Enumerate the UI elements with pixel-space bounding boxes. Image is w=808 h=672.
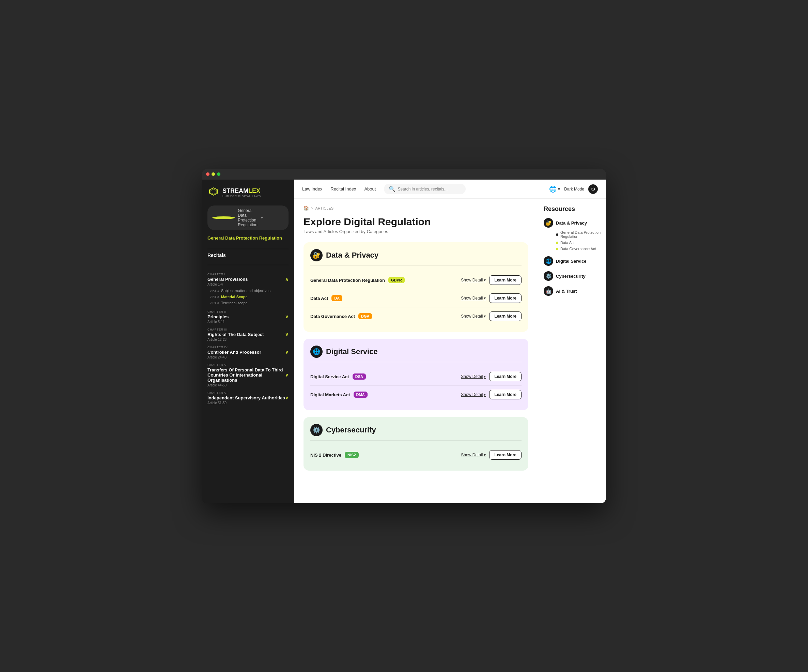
chapter-title[interactable]: Independent Supervisory Authorities ∨ [207,395,289,400]
chapter-label: CHAPTER IV [207,346,289,349]
chapter-subtitle: Article 5-11 [207,320,289,324]
article-item[interactable]: ART 3 Territorial scope [207,300,289,306]
chapter-title[interactable]: General Provisions ∧ [207,277,289,282]
article-item[interactable]: ART 2 Material Scope [207,294,289,300]
chapter-subtitle: Article 44-50 [207,383,289,387]
chapter-subtitle: Article 51-59 [207,401,289,405]
home-icon[interactable]: 🏠 [304,206,309,211]
category-card-digital-service: 🌐 Digital Service Digital Service Act DS… [304,339,528,410]
chapter-title[interactable]: Principles ∨ [207,314,289,319]
show-detail-button[interactable]: Show Detail ▾ [461,314,486,319]
chapter-label: CHAPTER V [207,363,289,367]
sidebar-divider-2 [207,265,289,265]
law-badge: DA [331,295,342,301]
law-name-text: General Data Protection Regulation [311,278,385,283]
law-name: Data Act DA [311,295,461,301]
chapter-subtitle: Article 12-23 [207,338,289,341]
chevron-detail-icon: ▾ [484,392,486,397]
show-detail-button[interactable]: Show Detail ▾ [461,374,486,379]
resource-item[interactable]: Data Act [556,241,601,245]
language-selector[interactable]: 🌐 ▾ [549,186,560,193]
law-name-text: Digital Service Act [311,374,349,379]
card-header: 🔐 Data & Privacy [311,249,521,266]
sidebar-chapter-2: CHAPTER III Rights of The Data Subject ∨… [207,328,289,341]
sidebar: STREAMLEX HUB FOR DIGITAL LAWS General D… [202,180,294,503]
learn-more-button[interactable]: Learn More [489,390,521,400]
settings-icon[interactable]: ⚙ [588,184,598,194]
breadcrumb: 🏠 > ARTICLES [304,206,528,211]
card-header-icon: 🌐 [311,346,322,358]
page-main: 🏠 > ARTICLES Explore Digital Regulation … [294,199,538,503]
article-item[interactable]: ART 1 Subject-matter and objectives [207,288,289,294]
chevron-down-icon: ▾ [261,216,284,220]
resources-title: Resources [544,206,601,212]
resource-cat-header[interactable]: 🤖 AI & Trust [544,286,601,296]
article-number: ART 3 [210,301,219,305]
resource-dot [556,248,558,250]
resource-cat-header[interactable]: ⚙️ Cybersecurity [544,271,601,281]
law-row: Data Act DA Show Detail ▾ Learn More [311,289,521,308]
search-input[interactable] [397,187,461,192]
show-detail-button[interactable]: Show Detail ▾ [461,278,486,283]
categories-container: 🔐 Data & Privacy General Data Protection… [304,242,528,471]
close-dot[interactable] [206,172,209,176]
minimize-dot[interactable] [212,172,215,176]
resource-item-text: General Data Protection Regulation [560,231,601,239]
resource-item[interactable]: General Data Protection Regulation [556,231,601,239]
law-actions: Show Detail ▾ Learn More [461,390,521,400]
maximize-dot[interactable] [217,172,220,176]
learn-more-button[interactable]: Learn More [489,275,521,285]
sidebar-divider [207,249,289,249]
resource-category-3: 🤖 AI & Trust [544,286,601,296]
law-row: General Data Protection Regulation GDPR … [311,271,521,289]
show-detail-button[interactable]: Show Detail ▾ [461,296,486,301]
law-badge: NIS2 [345,452,358,458]
show-detail-button[interactable]: Show Detail ▾ [461,392,486,397]
learn-more-button[interactable]: Learn More [489,450,521,460]
regulation-selector[interactable]: General Data Protection Regulation ▾ [207,206,289,230]
active-regulation-label: General Data Protection Regulation [207,236,289,241]
chapter-label: CHAPTER III [207,328,289,331]
dark-mode-button[interactable]: Dark Mode [564,187,584,192]
sidebar-chapter-5: CHAPTER VI Independent Supervisory Autho… [207,391,289,405]
card-title: Digital Service [326,347,378,356]
article-number: ART 2 [210,295,219,299]
resource-cat-icon: 🤖 [544,286,553,296]
learn-more-button[interactable]: Learn More [489,372,521,381]
resource-cat-label: AI & Trust [556,289,577,294]
svg-marker-1 [211,189,216,194]
resource-dot [556,242,558,244]
chapter-title-text: Transfers Of Personal Data To Third Coun… [207,367,285,383]
nav-recital-index[interactable]: Recital Index [331,186,356,192]
chapter-chevron-icon: ∧ [285,277,289,282]
law-name: Digital Service Act DSA [311,373,461,379]
resource-items: General Data Protection Regulation Data … [544,231,601,251]
learn-more-button[interactable]: Learn More [489,293,521,303]
show-detail-button[interactable]: Show Detail ▾ [461,453,486,457]
nav-about[interactable]: About [364,186,376,192]
search-bar[interactable]: 🔍 [384,184,466,194]
law-actions: Show Detail ▾ Learn More [461,372,521,381]
recitals-label[interactable]: Recitals [207,252,289,258]
resource-item[interactable]: Data Governance Act [556,247,601,251]
chapter-chevron-icon: ∨ [285,373,289,378]
learn-more-button[interactable]: Learn More [489,311,521,321]
chapters-container: CHAPTER I General Provisions ∧ Article 1… [207,269,289,406]
logo-lex: LEX [248,187,260,194]
resource-cat-header[interactable]: 🔐 Data & Privacy [544,218,601,227]
chapter-title[interactable]: Transfers Of Personal Data To Third Coun… [207,367,289,383]
chevron-detail-icon: ▾ [484,314,486,319]
law-badge: DSA [352,373,366,379]
chevron-detail-icon: ▾ [484,296,486,301]
card-header-icon: ⚙️ [311,424,322,436]
nav-law-index[interactable]: Law Index [302,186,322,192]
card-header-icon: 🔐 [311,249,322,261]
resource-cat-header[interactable]: 🌐 Digital Service [544,256,601,266]
law-actions: Show Detail ▾ Learn More [461,450,521,460]
chapter-title[interactable]: Controller And Processor ∨ [207,349,289,355]
chapter-title[interactable]: Rights of The Data Subject ∨ [207,332,289,337]
card-header: 🌐 Digital Service [311,346,521,362]
search-icon: 🔍 [389,186,396,192]
chapter-title-text: General Provisions [207,277,248,282]
resource-cat-label: Data & Privacy [556,221,587,226]
